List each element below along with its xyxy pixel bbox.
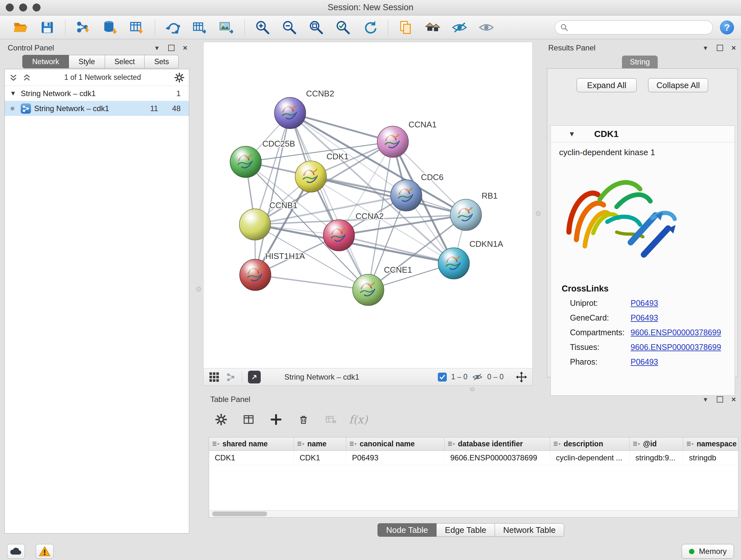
import-table-button[interactable] [128,18,146,37]
network-node-HIST1H1A[interactable] [240,259,271,291]
copy-button[interactable] [397,18,415,37]
table-cell-name[interactable]: CDK1 [294,451,346,465]
add-column-button[interactable] [268,411,284,428]
close-window-button[interactable] [6,3,14,11]
new-network-button[interactable] [164,18,182,37]
search-input[interactable] [571,23,708,32]
minimize-window-button[interactable] [19,3,27,11]
panel-close-icon[interactable]: × [731,44,736,52]
column-header-database-identifier[interactable]: database identifier [445,437,550,450]
help-button[interactable]: ? [720,20,734,35]
detach-view-button[interactable] [248,371,261,383]
table-settings-button[interactable] [213,411,229,428]
selected-checkbox-icon[interactable] [438,373,447,381]
warnings-button[interactable] [36,544,54,559]
table-cell-shared-name[interactable]: CDK1 [209,451,294,465]
column-header-canonical-name[interactable]: canonical name [346,437,445,450]
network-node-CCNE1[interactable] [353,274,384,306]
crosslink-value-link[interactable]: P06493 [630,299,658,308]
toolbar-search[interactable] [555,20,713,35]
grid-view-icon[interactable] [209,372,219,382]
edge-CCNB2-HIST1H1A[interactable] [255,113,290,275]
expand-all-icon[interactable] [23,73,31,82]
expand-all-button[interactable]: Expand All [577,78,636,92]
save-session-button[interactable] [38,18,57,37]
table-horizontal-scrollbar[interactable] [209,510,738,517]
tree-expand-icon[interactable]: ▼ [9,90,17,97]
column-header-description[interactable]: description [550,437,630,450]
table-cell-description[interactable]: cyclin-dependent ... [550,451,630,465]
hidden-eye-icon[interactable] [472,372,483,382]
tab-network[interactable]: Network [22,55,69,68]
tab-network-table[interactable]: Network Table [495,523,564,537]
network-node-CCNB1[interactable] [239,209,271,240]
edge-HIST1H1A-CCNE1[interactable] [255,275,368,290]
collapse-all-icon[interactable] [9,73,17,82]
collapse-all-button[interactable]: Collapse All [648,78,708,92]
table-cell-namespace[interactable]: stringdb [683,451,738,465]
zoom-selected-button[interactable] [334,18,352,37]
maximize-window-button[interactable] [32,3,41,11]
card-collapse-icon[interactable]: ▼ [567,130,576,138]
cloud-status-button[interactable] [7,544,25,559]
pan-crosshair-icon[interactable] [516,371,527,383]
table-cell-canonical-name[interactable]: P06493 [346,451,445,465]
zoom-fit-button[interactable] [307,18,326,37]
right-splitter-handle[interactable] [536,211,541,216]
table-row[interactable]: CDK1CDK1P064939606.ENSP00000378699cyclin… [209,451,738,465]
tab-sets[interactable]: Sets [145,55,179,68]
network-node-CDK1[interactable] [295,161,327,192]
network-from-table-button[interactable] [191,18,209,37]
tab-style[interactable]: Style [69,55,105,68]
panel-collapse-icon[interactable]: ▼ [702,45,709,51]
left-splitter-handle[interactable] [196,287,201,292]
panel-close-icon[interactable]: × [731,395,736,403]
import-network-file-button[interactable] [74,18,92,37]
bottom-splitter-handle[interactable] [470,387,475,391]
crosslink-value-link[interactable]: 9606.ENSP00000378699 [630,343,721,352]
table-cell-id[interactable]: stringdb:9... [630,451,683,465]
column-header-name[interactable]: name [294,437,346,450]
zoom-out-button[interactable] [280,18,299,37]
network-node-CCNA2[interactable] [323,220,354,251]
network-row-selected[interactable]: String Network – cdk1 11 48 [5,101,189,116]
column-header-shared-name[interactable]: shared name [209,437,294,450]
tab-edge-table[interactable]: Edge Table [436,523,495,537]
panel-float-icon[interactable] [717,45,723,51]
memory-button[interactable]: Memory [682,544,734,559]
crosslink-value-link[interactable]: 9606.ENSP00000378699 [630,328,721,337]
network-node-CDC6[interactable] [391,180,422,211]
column-header-id[interactable]: @id [630,437,683,450]
zoom-in-button[interactable] [253,18,272,37]
import-network-database-button[interactable] [101,18,119,37]
tab-string[interactable]: String [622,56,658,68]
panel-float-icon[interactable] [717,396,723,402]
show-all-button[interactable] [477,18,495,37]
show-columns-button[interactable] [240,411,257,428]
table-cell-database-identifier[interactable]: 9606.ENSP00000378699 [445,451,550,465]
panel-collapse-icon[interactable]: ▼ [154,45,160,51]
delete-column-button[interactable] [295,411,312,428]
network-node-RB1[interactable] [450,199,482,231]
export-image-button[interactable] [217,18,236,37]
tab-node-table[interactable]: Node Table [378,523,436,537]
panel-collapse-icon[interactable]: ▼ [702,396,709,402]
network-canvas[interactable]: CCNB2CCNA1CDC25BCDK1CDC6RB1CCNB1CCNA2CDK… [203,42,533,368]
hide-selected-button[interactable] [450,18,469,37]
function-builder-button[interactable]: f(x) [350,411,367,428]
tab-select[interactable]: Select [105,55,145,68]
panel-float-icon[interactable] [168,45,175,51]
share-view-icon[interactable] [225,372,236,382]
panel-close-icon[interactable]: × [183,44,187,52]
clear-table-button[interactable] [323,411,339,428]
open-session-button[interactable] [11,18,30,37]
network-node-CCNA1[interactable] [377,126,408,158]
network-node-CDC25B[interactable] [230,146,261,178]
network-node-CCNB2[interactable] [274,98,306,129]
scrollbar-thumb[interactable] [212,511,267,516]
network-collection-row[interactable]: ▼ String Network – cdk1 1 [5,86,189,101]
edge-CCNB2-CCNE1[interactable] [290,113,368,290]
home-button[interactable] [423,18,442,37]
column-header-namespace[interactable]: namespace [683,437,738,450]
network-node-CDKN1A[interactable] [438,248,469,279]
